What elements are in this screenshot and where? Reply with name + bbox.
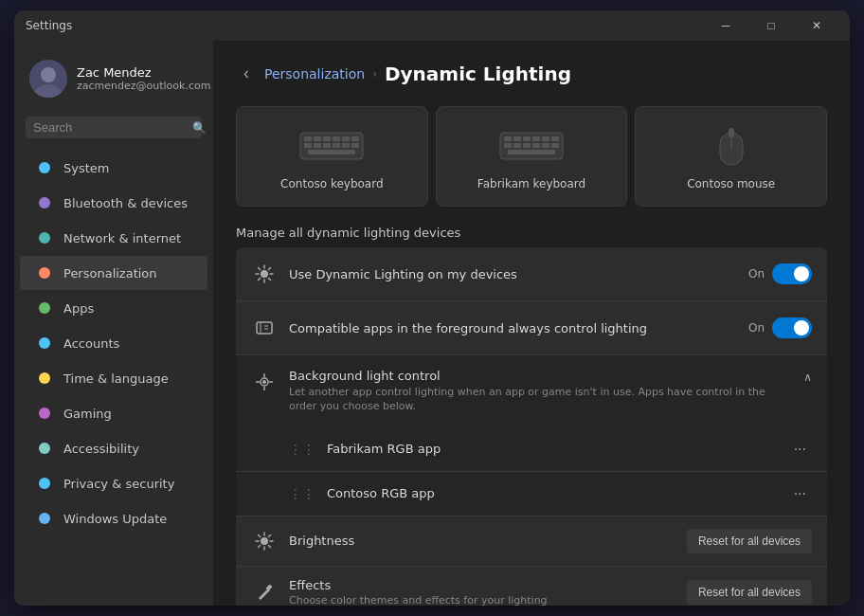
sidebar-item-accessibility[interactable]: Accessibility xyxy=(20,431,207,465)
background-control-icon xyxy=(251,369,278,395)
search-icon: 🔍 xyxy=(192,121,207,135)
app-name-fabrikam: Fabrikam RGB app xyxy=(327,442,788,456)
svg-rect-14 xyxy=(342,143,350,148)
svg-rect-24 xyxy=(504,143,512,148)
background-control-content: Background light control Let another app… xyxy=(289,369,792,414)
brightness-reset-button[interactable]: Reset for all devices xyxy=(687,529,812,553)
svg-rect-33 xyxy=(729,128,734,137)
sidebar-item-network[interactable]: Network & internet xyxy=(20,221,207,255)
network-icon xyxy=(35,228,54,247)
more-button-fabrikam[interactable]: ··· xyxy=(788,439,812,460)
sidebar-label-gaming: Gaming xyxy=(63,407,112,421)
sidebar-label-accessibility: Accessibility xyxy=(63,442,139,456)
device-card-fabrikam-keyboard[interactable]: Fabrikam keyboard xyxy=(436,106,628,207)
svg-rect-6 xyxy=(323,136,331,141)
svg-line-59 xyxy=(269,545,271,547)
setting-row-effects: Effects Choose color themes and effects … xyxy=(236,567,827,606)
user-email: zacmendez@outlook.com xyxy=(77,80,210,92)
compatible-apps-toggle-wrapper: On xyxy=(748,317,812,338)
breadcrumb: ‹ Personalization › Dynamic Lighting xyxy=(236,60,827,87)
user-profile[interactable]: Zac Mendez zacmendez@outlook.com xyxy=(14,48,213,109)
svg-rect-20 xyxy=(523,136,531,141)
svg-point-1 xyxy=(41,67,56,82)
sidebar-item-privacy[interactable]: Privacy & security xyxy=(20,466,207,500)
sidebar-item-gaming[interactable]: Gaming xyxy=(20,396,207,430)
minimize-button[interactable]: ─ xyxy=(704,10,747,41)
use-dynamic-toggle-wrapper: On xyxy=(748,263,812,284)
bluetooth-icon xyxy=(35,193,54,212)
setting-row-compatible-apps: Compatible apps in the foreground always… xyxy=(236,301,827,355)
use-dynamic-label: Use Dynamic Lighting on my devices xyxy=(289,267,748,281)
time-icon xyxy=(35,369,54,388)
nav-list: SystemBluetooth & devicesNetwork & inter… xyxy=(14,150,213,536)
effects-sublabel: Choose color themes and effects for your… xyxy=(289,594,687,606)
app-row-fabrikam: ⋮⋮ Fabrikam RGB app ··· xyxy=(236,427,827,472)
sidebar-item-personalization[interactable]: Personalization xyxy=(20,256,207,290)
sidebar-label-apps: Apps xyxy=(63,301,94,316)
svg-rect-12 xyxy=(323,143,331,148)
svg-line-60 xyxy=(269,534,271,536)
maximize-button[interactable]: □ xyxy=(749,10,793,41)
svg-rect-11 xyxy=(314,143,321,148)
svg-line-61 xyxy=(259,545,261,547)
drag-handle-fabrikam[interactable]: ⋮⋮ xyxy=(289,442,315,457)
svg-line-41 xyxy=(269,268,271,270)
device-label-contoso-mouse: Contoso mouse xyxy=(687,177,775,190)
svg-point-34 xyxy=(261,270,268,278)
device-cards: Contoso keyboard xyxy=(236,106,827,207)
sidebar-item-time[interactable]: Time & language xyxy=(20,361,207,395)
settings-group: Use Dynamic Lighting on my devices On xyxy=(236,247,827,606)
manage-section-title: Manage all dynamic lighting devices xyxy=(236,226,827,240)
svg-rect-30 xyxy=(508,150,555,154)
setting-row-brightness: Brightness Reset for all devices xyxy=(236,516,827,567)
search-input[interactable] xyxy=(33,120,192,135)
svg-rect-4 xyxy=(304,136,312,141)
accessibility-icon xyxy=(35,439,54,458)
titlebar: Settings ─ □ ✕ xyxy=(14,10,850,41)
back-button[interactable]: ‹ xyxy=(236,60,257,87)
device-card-contoso-keyboard[interactable]: Contoso keyboard xyxy=(236,106,428,207)
effects-reset-button[interactable]: Reset for all devices xyxy=(687,580,812,605)
svg-rect-23 xyxy=(551,136,559,141)
svg-rect-9 xyxy=(351,136,359,141)
keyboard-icon-fabrikam xyxy=(494,122,569,170)
app-row-contoso: ⋮⋮ Contoso RGB app ··· xyxy=(236,472,827,516)
settings-window: Settings ─ □ ✕ Zac Mendez zacmend xyxy=(14,10,850,606)
svg-rect-29 xyxy=(551,143,559,148)
user-name: Zac Mendez xyxy=(77,65,210,80)
sidebar-item-apps[interactable]: Apps xyxy=(20,291,207,325)
mouse-icon-contoso xyxy=(693,122,769,170)
breadcrumb-parent[interactable]: Personalization xyxy=(264,66,365,82)
personalization-icon xyxy=(35,263,54,282)
svg-line-42 xyxy=(259,279,261,281)
compatible-apps-toggle[interactable] xyxy=(772,317,812,338)
device-card-contoso-mouse[interactable]: Contoso mouse xyxy=(635,106,827,207)
sidebar-item-bluetooth[interactable]: Bluetooth & devices xyxy=(20,186,207,220)
svg-rect-15 xyxy=(351,143,359,148)
windows-update-icon xyxy=(35,509,54,528)
drag-handle-contoso[interactable]: ⋮⋮ xyxy=(289,486,315,501)
svg-rect-7 xyxy=(333,136,340,141)
sidebar-item-accounts[interactable]: Accounts xyxy=(20,326,207,360)
apps-icon xyxy=(35,299,54,317)
brightness-icon xyxy=(251,528,278,554)
close-button[interactable]: ✕ xyxy=(795,10,838,41)
device-label-contoso-keyboard: Contoso keyboard xyxy=(280,177,383,190)
avatar xyxy=(29,60,67,98)
more-button-contoso[interactable]: ··· xyxy=(788,483,812,504)
background-control-title: Background light control xyxy=(289,369,792,383)
use-dynamic-toggle[interactable] xyxy=(772,263,812,284)
svg-rect-27 xyxy=(532,143,540,148)
svg-line-40 xyxy=(269,279,271,281)
sidebar-item-windows-update[interactable]: Windows Update xyxy=(20,501,207,535)
sidebar-label-personalization: Personalization xyxy=(63,266,157,281)
sidebar-label-system: System xyxy=(63,161,109,175)
background-control-header[interactable]: Background light control Let another app… xyxy=(236,355,827,427)
search-box[interactable]: 🔍 xyxy=(26,117,202,138)
svg-rect-10 xyxy=(304,143,312,148)
effects-icon xyxy=(251,579,278,606)
accounts-icon xyxy=(35,334,54,353)
titlebar-controls: ─ □ ✕ xyxy=(704,10,838,41)
system-icon xyxy=(35,158,54,177)
sidebar-item-system[interactable]: System xyxy=(20,151,207,185)
